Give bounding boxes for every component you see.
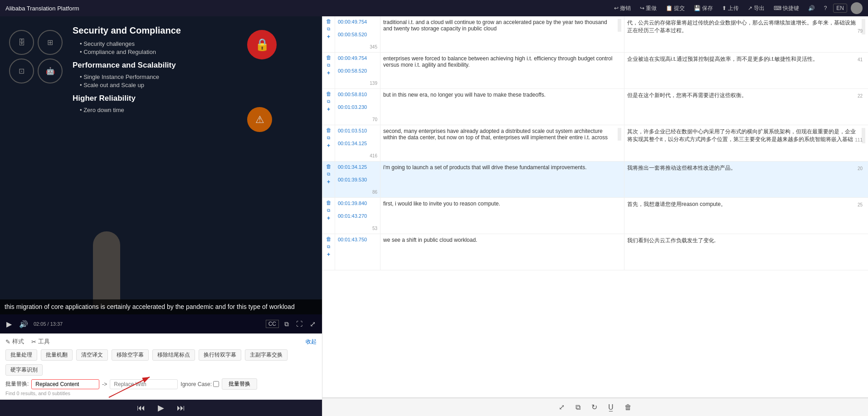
sub-copy-7[interactable]: ⧉ xyxy=(327,244,331,250)
sub-time-end-5[interactable]: 00:01:39.530 xyxy=(338,177,377,182)
pip-button[interactable]: ⧉ xyxy=(283,319,291,329)
redo-button[interactable]: ↪ 重做 xyxy=(637,4,659,13)
source-text-2[interactable]: enterprises were forced to balance betwe… xyxy=(383,55,621,68)
trans-text-7[interactable]: 我们看到公共云工作负载发生了变化. xyxy=(627,237,865,245)
source-text-3[interactable]: but in this new era, no longer you will … xyxy=(383,92,621,98)
batch-process-btn[interactable]: 批量处理 xyxy=(5,349,37,361)
sub-time-start-6[interactable]: 00:01:39.840 xyxy=(338,201,377,206)
submit-button[interactable]: 📋 提交 xyxy=(663,4,688,13)
sub-copy-4[interactable]: ⧉ xyxy=(327,135,331,141)
sub-delete-4[interactable]: 🗑 xyxy=(326,127,332,133)
subtitle-row-4: 🗑 ⧉ + 00:01:03.510 00:01:34.125 416 seco… xyxy=(322,125,868,162)
tab-tools[interactable]: ✂ 工具 xyxy=(31,338,50,346)
video-area: 🗄 ⊞ ⊡ 🤖 Security and Compliance • Securi… xyxy=(0,16,322,333)
batch-translate-btn[interactable]: 批量机翻 xyxy=(41,349,73,361)
time-display: 02:05 / 13:37 xyxy=(34,321,63,327)
sub-add-5[interactable]: + xyxy=(327,179,331,185)
sub-add-1[interactable]: + xyxy=(327,34,331,40)
remove-empty-btn[interactable]: 移除空字幕 xyxy=(112,349,149,361)
trans-text-2[interactable]: 企业被迫在实现高i.t.通过预算控制提高效率，而不是更多的i.t.敏捷性和灵活性… xyxy=(627,55,865,63)
prev-frame-button[interactable]: ⏮ xyxy=(134,402,148,414)
collapse-button[interactable]: 收起 xyxy=(306,338,317,346)
sub-add-2[interactable]: + xyxy=(327,70,331,76)
sub-add-4[interactable]: + xyxy=(327,142,331,149)
main-sub-swap-btn[interactable]: 主副字幕交换 xyxy=(245,349,288,361)
caption-button[interactable]: CC xyxy=(266,320,279,328)
sub-tool-copy[interactable]: ⧉ xyxy=(574,401,582,413)
subtitle-icons-7: 🗑 ⧉ + xyxy=(322,234,335,270)
source-text-1[interactable]: traditional i.t. and a cloud will contin… xyxy=(383,19,621,32)
ignore-case-checkbox[interactable] xyxy=(213,381,219,387)
sub-time-end-1[interactable]: 00:00:58.520 xyxy=(338,32,377,37)
tab-style[interactable]: ✎ 样式 xyxy=(5,338,24,346)
sub-copy-6[interactable]: ⧉ xyxy=(327,208,331,213)
play-button[interactable]: ▶ xyxy=(5,319,14,329)
sub-add-6[interactable]: + xyxy=(327,215,331,221)
expand-button[interactable]: ⤢ xyxy=(308,319,317,329)
fullscreen-button[interactable]: ⛶ xyxy=(294,319,304,328)
sub-delete-2[interactable]: 🗑 xyxy=(326,54,332,61)
sub-delete-7[interactable]: 🗑 xyxy=(326,236,332,242)
sub-copy-5[interactable]: ⧉ xyxy=(327,171,331,177)
sub-time-start-2[interactable]: 00:00:49.754 xyxy=(338,55,377,61)
sub-time-start-4[interactable]: 00:01:03.510 xyxy=(338,128,377,133)
trans-text-5[interactable]: 我将推出一套将推动这些根本性改进的产品。 xyxy=(627,164,865,172)
fullwidth-btn[interactable]: 换行转双字幕 xyxy=(199,349,241,361)
sub-time-start-5[interactable]: 00:01:34.125 xyxy=(338,164,377,170)
language-selector[interactable]: EN xyxy=(833,4,847,13)
avatar xyxy=(851,2,863,14)
sub-char-5: 86 xyxy=(338,190,377,195)
sub-time-end-2[interactable]: 00:00:58.520 xyxy=(338,68,377,73)
play-pause-button[interactable]: ▶ xyxy=(155,402,167,414)
upload-button[interactable]: ⬆ 上传 xyxy=(719,4,741,13)
sub-tool-delete[interactable]: 🗑 xyxy=(623,401,634,413)
trans-text-4[interactable]: 其次，许多企业已经在数据中心内采用了分布式的横向扩展系统架构，但现在最重要的是，… xyxy=(627,128,865,143)
sub-delete-1[interactable]: 🗑 xyxy=(326,18,332,24)
sub-time-end-4[interactable]: 00:01:34.125 xyxy=(338,141,377,146)
volume-button[interactable]: 🔊 xyxy=(17,319,30,329)
sub-time-start-3[interactable]: 00:00:58.810 xyxy=(338,92,377,97)
source-text-4[interactable]: second, many enterprises have already ad… xyxy=(383,128,621,141)
icon-storage: 🗄 xyxy=(9,30,34,55)
replace-from-input[interactable] xyxy=(31,379,99,389)
scrollbar-4[interactable] xyxy=(618,128,621,141)
replace-to-input[interactable] xyxy=(110,379,178,389)
sub-add-3[interactable]: + xyxy=(327,106,331,113)
sub-time-end-6[interactable]: 00:01:43.270 xyxy=(338,213,377,219)
trans-text-3[interactable]: 但是在这个新时代，您将不再需要进行这些权衡。 xyxy=(627,92,865,99)
help-button[interactable]: ? xyxy=(821,4,830,12)
remove-end-punct-btn[interactable]: 移除结尾标点 xyxy=(152,349,195,361)
hard-sub-btn[interactable]: 硬字幕识别 xyxy=(5,364,43,376)
trans-char-4: 111 xyxy=(855,137,863,142)
undo-button[interactable]: ↩ 撤销 xyxy=(611,4,634,13)
sub-delete-5[interactable]: 🗑 xyxy=(326,163,332,170)
sub-copy-3[interactable]: ⧉ xyxy=(327,99,331,104)
clear-text-btn[interactable]: 清空译文 xyxy=(76,349,108,361)
source-text-5[interactable]: i'm going to launch a set of products th… xyxy=(383,164,621,171)
sub-tool-underline[interactable]: U̲ xyxy=(606,401,615,413)
sub-time-start-1[interactable]: 00:00:49.754 xyxy=(338,19,377,24)
source-text-6[interactable]: first, i would like to invite you to rea… xyxy=(383,201,621,207)
save-button[interactable]: 💾 保存 xyxy=(691,4,716,13)
source-text-7[interactable]: we see a shift in public cloud workload. xyxy=(383,237,621,243)
sub-time-end-3[interactable]: 00:01:03.230 xyxy=(338,104,377,110)
sound-button[interactable]: 🔊 xyxy=(805,4,818,12)
sub-tool-move[interactable]: ⤢ xyxy=(557,401,566,413)
trans-text-6[interactable]: 首先，我想邀请您使用reason compute。 xyxy=(627,201,865,208)
trans-text-1[interactable]: 代，公共云的存储容量将超过传统的企业数据中心，那么云将继续加速增长。多年来，基础… xyxy=(627,19,865,34)
shortcut-button[interactable]: ⌨ 快捷键 xyxy=(771,4,802,13)
sub-copy-1[interactable]: ⧉ xyxy=(327,26,331,32)
sub-time-start-7[interactable]: 00:01:43.750 xyxy=(338,237,377,242)
sub-tool-refresh[interactable]: ↻ xyxy=(590,401,599,413)
sub-delete-3[interactable]: 🗑 xyxy=(326,91,332,97)
subtitle-source-3: but in this new era, no longer you will … xyxy=(380,89,624,125)
next-frame-button[interactable]: ⏭ xyxy=(174,402,188,414)
export-button[interactable]: ↗ 导出 xyxy=(745,4,767,13)
sub-copy-2[interactable]: ⧉ xyxy=(327,63,331,68)
batch-replace-confirm-btn[interactable]: 批量替换 xyxy=(222,378,257,390)
sub-add-7[interactable]: + xyxy=(327,251,331,258)
scrollbar-1[interactable] xyxy=(618,19,621,32)
subtitle-icons-4: 🗑 ⧉ + xyxy=(322,125,335,161)
sub-delete-6[interactable]: 🗑 xyxy=(326,200,332,206)
batch-replace-label: 批量替换: xyxy=(5,380,29,388)
